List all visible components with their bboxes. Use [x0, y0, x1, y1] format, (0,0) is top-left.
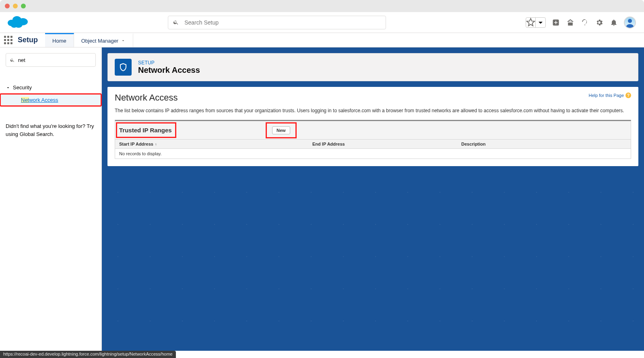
search-icon: [173, 19, 179, 25]
window-chrome: [0, 0, 644, 12]
maximize-window-dot[interactable]: [21, 4, 26, 8]
content-description: The list below contains IP address range…: [115, 107, 631, 114]
tab-object-manager[interactable]: Object Manager: [74, 33, 134, 47]
page-title: Network Access: [138, 66, 200, 75]
global-search[interactable]: [168, 16, 386, 29]
tab-home-label: Home: [52, 38, 66, 44]
col-start-ip[interactable]: Start IP Address↑: [115, 140, 308, 149]
col-end-ip[interactable]: End IP Address: [308, 140, 457, 149]
global-actions-icon[interactable]: [551, 18, 560, 27]
favorites-menu[interactable]: [526, 17, 546, 28]
setup-sidebar: Security Network Access Didn't find what…: [0, 47, 102, 351]
ip-ranges-table: Start IP Address↑ End IP Address Descrip…: [115, 139, 631, 158]
setup-gear-icon[interactable]: [595, 18, 604, 27]
page-icon: [115, 59, 132, 76]
chevron-down-icon: [121, 38, 126, 43]
help-icon[interactable]: [580, 18, 589, 27]
global-search-input[interactable]: [184, 19, 381, 26]
tab-object-manager-label: Object Manager: [81, 38, 119, 44]
svg-point-6: [628, 19, 632, 23]
notifications-bell-icon[interactable]: [609, 18, 618, 27]
guidance-center-icon[interactable]: [566, 18, 575, 27]
minimize-window-dot[interactable]: [13, 4, 18, 8]
app-name: Setup: [16, 33, 45, 47]
sidebar-item-highlight: Net: [21, 97, 29, 103]
page-kicker: SETUP: [138, 60, 200, 66]
salesforce-logo[interactable]: [7, 14, 28, 31]
user-avatar[interactable]: [624, 16, 636, 29]
sidebar-section-label: Security: [13, 84, 32, 91]
main-stage: SETUP Network Access Network Access Help…: [102, 47, 644, 351]
sidebar-quick-find[interactable]: [6, 53, 96, 67]
table-row-empty: No records to display.: [115, 149, 631, 159]
context-bar: Setup Home Object Manager: [0, 33, 644, 47]
app-launcher-icon[interactable]: [0, 33, 16, 47]
sidebar-item-label-rest: work Access: [29, 97, 58, 103]
help-link-label: Help for this Page: [589, 93, 624, 98]
sidebar-section-security[interactable]: Security: [6, 84, 96, 91]
caret-down-icon: [536, 18, 545, 27]
global-header: [0, 12, 644, 33]
star-icon: [526, 18, 535, 27]
new-button[interactable]: New: [272, 126, 290, 134]
content-card: Network Access Help for this Page ? The …: [107, 87, 638, 166]
help-icon: ?: [625, 93, 631, 98]
help-for-page-link[interactable]: Help for this Page ?: [589, 93, 631, 98]
empty-message: No records to display.: [115, 149, 631, 159]
close-window-dot[interactable]: [5, 4, 10, 8]
sidebar-hint: Didn't find what you're looking for? Try…: [6, 122, 96, 138]
sidebar-item-network-access[interactable]: Network Access: [0, 94, 101, 106]
col-description[interactable]: Description: [457, 140, 631, 149]
chevron-down-icon: [6, 85, 10, 90]
page-header: SETUP Network Access: [107, 53, 638, 81]
search-icon: [10, 58, 15, 63]
sort-asc-icon: ↑: [155, 142, 157, 146]
shield-icon: [118, 62, 128, 72]
svg-point-4: [11, 23, 17, 28]
trusted-ip-ranges-list: Trusted IP Ranges New Start IP Address↑ …: [115, 120, 631, 159]
browser-status-bar: https://recoai-dev-ed.develop.lightning.…: [0, 351, 176, 358]
list-title: Trusted IP Ranges: [119, 123, 173, 137]
content-title: Network Access: [115, 93, 589, 103]
tab-home[interactable]: Home: [45, 33, 74, 47]
sidebar-quick-find-input[interactable]: [18, 57, 91, 63]
